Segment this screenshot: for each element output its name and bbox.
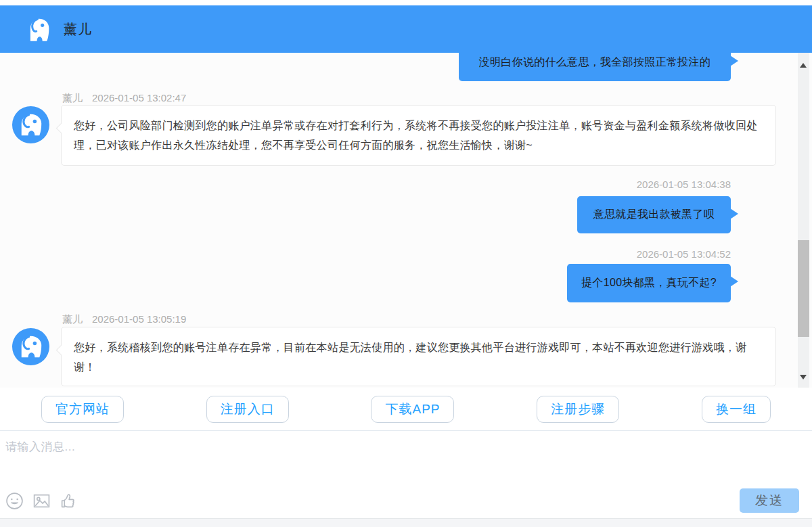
chat-window: 薰儿 没明白你说的什么意思，我全部按照正常投注的 薰儿2026-01-05 13… [0,0,812,527]
agent-message-meta: 薰儿2026-01-05 13:05:19 [62,313,186,326]
quick-replies-bar: 官方网站 注册入口 下载APP 注册步骤 换一组 [0,388,812,431]
scrollbar-thumb[interactable] [798,240,809,337]
scrollbar-down-arrow-icon[interactable] [798,371,809,382]
agent-name: 薰儿 [62,313,83,325]
composer-toolbar [5,492,78,510]
agent-message-bubble: 您好，系统稽核到您的账号注单存在异常，目前在本站是无法使用的，建议您更换其他平台… [61,327,776,386]
emoji-icon[interactable] [5,492,24,510]
agent-message-meta: 薰儿2026-01-05 13:02:47 [62,92,186,105]
agent-name: 薰儿 [64,20,92,39]
agent-avatar-icon [12,106,49,143]
message-text: 提个100块都黑，真玩不起? [581,276,717,290]
image-icon[interactable] [32,492,51,510]
user-message-bubble: 没明白你说的什么意思，我全部按照正常投注的 [459,53,731,81]
agent-message-bubble: 您好，公司风险部门检测到您的账户注单异常或存在对打套利行为，系统将不再接受您的账… [61,105,776,166]
chat-scrollbar[interactable] [798,53,809,388]
quick-reply-download-app[interactable]: 下载APP [371,396,454,423]
message-text: 您好，系统稽核到您的账号注单存在异常，目前在本站是无法使用的，建议您更换其他平台… [74,342,746,373]
message-input[interactable] [0,435,724,489]
quick-reply-register-steps[interactable]: 注册步骤 [537,396,619,423]
quick-reply-switch-group[interactable]: 换一组 [702,396,771,423]
quick-reply-official-site[interactable]: 官方网站 [41,396,124,423]
user-message-bubble: 提个100块都黑，真玩不起? [567,264,731,302]
bottom-strip [0,518,812,527]
message-timestamp: 2026-01-05 13:05:19 [92,313,186,325]
agent-avatar-icon [12,328,49,365]
quick-reply-register-entry[interactable]: 注册入口 [206,396,289,423]
message-text: 没明白你说的什么意思，我全部按照正常投注的 [479,55,710,70]
composer: 发送 [0,431,812,518]
send-button[interactable]: 发送 [740,488,799,513]
scrollbar-up-arrow-icon[interactable] [798,60,809,71]
message-timestamp: 2026-01-05 13:02:47 [92,92,186,104]
chat-messages-area: 没明白你说的什么意思，我全部按照正常投注的 薰儿2026-01-05 13:02… [0,53,812,388]
agent-name: 薰儿 [62,92,83,104]
thumbs-up-icon[interactable] [60,492,78,510]
message-timestamp: 2026-01-05 13:04:52 [637,248,731,260]
message-timestamp: 2026-01-05 13:04:38 [637,179,731,190]
user-message-bubble: 意思就是我出款被黑了呗 [577,196,731,233]
chat-header: 薰儿 [0,5,812,53]
message-text: 您好，公司风险部门检测到您的账户注单异常或存在对打套利行为，系统将不再接受您的账… [74,120,758,151]
elephant-logo-icon [23,15,54,43]
message-text: 意思就是我出款被黑了呗 [593,208,715,222]
